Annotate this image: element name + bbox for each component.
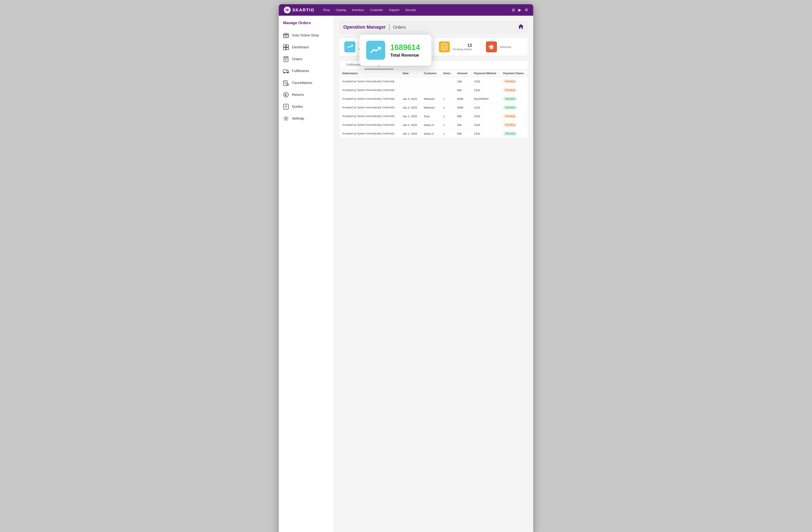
svg-point-28 [285,118,287,119]
sidebar-item-settings[interactable]: Settings [279,113,334,125]
nav-security[interactable]: Security [405,8,416,12]
cell-status: Accepted by System Automatically Confirm… [339,103,400,112]
cell-status: Accepted by System Automatically Confirm… [339,86,400,95]
cell-status: Accepted by System Automatically Confirm… [339,112,400,121]
dashboard-icon [283,44,289,50]
cell-payment-method: COD [471,121,500,129]
settings-sidebar-icon [283,116,289,121]
payment-status-badge: Pending [503,114,517,118]
sidebar-item-orders[interactable]: Orders [279,53,334,65]
sidebar-title: Manage Orders [279,21,334,29]
svg-rect-7 [284,47,286,50]
cell-payment-status: Success [500,95,528,103]
page-header: Operation Manager Orders [339,21,528,33]
content-area: Operation Manager Orders [334,16,533,532]
svg-rect-3 [285,36,287,38]
cell-items: 1 [440,112,454,121]
table-row[interactable]: Accepted by System Automatically Confirm… [339,112,528,121]
cell-amount: 189 [454,77,471,86]
sidebar-label-cancellations: Cancellations [292,81,312,85]
table-row[interactable]: Accepted by System Automatically Confirm… [339,121,528,129]
cell-payment-status: Pending [500,112,528,121]
table-row[interactable]: Accepted by System Automatically Confirm… [339,86,528,95]
sidebar-item-goto-online-shop[interactable]: Goto Online Shop [279,29,334,41]
cell-customer: Sree [421,112,440,121]
home-icon[interactable] [518,24,524,30]
tooltip-icon [366,41,385,60]
cell-date: Jan 2, 2025 [400,129,421,138]
cell-date: Jan 3, 2025 [400,95,421,103]
revenue-tooltip: 1689614 Total Revenue [359,35,432,66]
payment-status-badge: Pending [503,123,517,127]
cell-status: Accepted by System Automatically Confirm… [339,121,400,129]
cell-customer: Nitheesh [421,103,440,112]
stat-value-pending: 12 [467,43,472,48]
cell-payment-status: Pending [500,77,528,86]
nav-shop[interactable]: Shop [323,8,330,12]
logo-icon [284,6,291,13]
cell-amount: 599 [454,129,471,138]
page-subtitle: Orders [393,25,406,30]
cell-items: 1 [440,121,454,129]
stat-card-returned[interactable]: Returned [481,38,528,56]
payment-status-badge: Pending [503,88,517,92]
logo-area: SKARTIO [284,6,315,13]
cell-payment-status: Success [500,103,528,112]
table-row[interactable]: Accepted by System Automatically Confirm… [339,103,528,112]
cell-status: Accepted by System Automatically Confirm… [339,95,400,103]
cell-items [440,86,454,95]
stat-card-pending[interactable]: 12 Pending Orders [434,38,481,56]
nav-catalog[interactable]: Catalog [336,8,346,12]
sidebar-item-returns[interactable]: Returns [279,89,334,101]
returned-icon [486,41,497,52]
cell-items [440,77,454,86]
pending-icon [439,41,450,52]
svg-point-31 [443,46,446,48]
sidebar-item-quotes[interactable]: Quotes [279,101,334,113]
page-divider [389,24,390,30]
cell-date [400,77,421,86]
svg-point-23 [284,92,288,97]
play-icon[interactable]: ▶ [518,8,521,12]
cell-payment-method: COD [471,103,500,112]
grid-icon[interactable]: ⊞ [512,8,515,12]
tooltip-text-area: 1689614 Total Revenue [390,43,420,58]
cell-amount: 999 [454,112,471,121]
svg-rect-8 [286,47,289,50]
sidebar-label-returns: Returns [292,93,304,97]
settings-nav-icon[interactable]: ⚙ [525,8,528,12]
browser-window: SKARTIO Shop Catalog Inventory Customer … [279,4,533,532]
orders-icon [283,56,289,62]
col-status: State/status [339,70,400,77]
nav-actions: ⊞ ▶ ⚙ [512,8,528,12]
sidebar-item-fulfillments[interactable]: Fulfillments [279,65,334,77]
nav-inventory[interactable]: Inventory [352,8,364,12]
stat-label-pending: Pending Orders [453,48,472,51]
sidebar-item-cancellations[interactable]: Cancellations [279,77,334,89]
table-row[interactable]: Accepted by System Automatically Confirm… [339,95,528,103]
sidebar-label-quotes: Quotes [292,105,303,109]
cell-payment-method: COD [471,112,500,121]
svg-point-25 [285,106,287,107]
truck-icon [283,68,289,74]
payment-status-badge: Success [503,97,517,101]
table-row[interactable]: Accepted by System Automatically Confirm… [339,129,528,138]
store-icon [283,32,289,38]
cell-amount: 5599 [454,95,471,103]
top-nav: SKARTIO Shop Catalog Inventory Customer … [279,4,533,16]
table-row[interactable]: Accepted by System Automatically Confirm… [339,77,528,86]
cell-customer: Nitheesh [421,95,440,103]
logo-text: SKARTIO [292,8,315,13]
sidebar-label-dashboard: Dashboard [292,45,308,49]
col-customer: Customer [421,70,440,77]
cell-amount: 666 [454,86,471,95]
table-header-row: State/status Date Customer Items Amount … [339,70,528,77]
nav-support[interactable]: Support [389,8,399,12]
nav-customer[interactable]: Customer [370,8,383,12]
sidebar-label-fulfillments: Fulfillments [292,69,309,73]
cell-customer [421,86,440,95]
orders-table: State/status Date Customer Items Amount … [339,70,528,138]
svg-rect-14 [283,70,287,73]
col-payment-status: Payment Status [500,70,528,77]
sidebar-item-dashboard[interactable]: Dashboard [279,41,334,53]
